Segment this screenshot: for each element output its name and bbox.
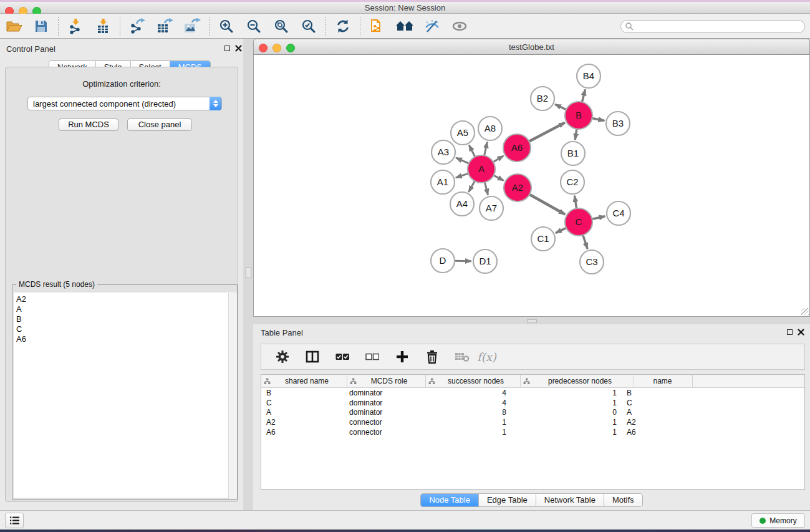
graph-edge-B-B4[interactable] — [582, 89, 585, 102]
import-table-icon[interactable] — [93, 17, 113, 36]
task-history-button[interactable] — [5, 513, 24, 528]
open-folder-icon[interactable] — [4, 17, 24, 36]
select-all-columns-icon[interactable] — [332, 347, 352, 366]
refresh-icon[interactable] — [333, 17, 353, 36]
search-box[interactable] — [620, 20, 805, 33]
column-header-successor-nodes[interactable]: successor nodes — [426, 375, 521, 387]
resize-grip-icon[interactable] — [801, 308, 809, 316]
graph-edge-B-B1[interactable] — [575, 129, 577, 140]
result-list-item[interactable]: A2 — [16, 294, 236, 304]
graph-edge-A-A6[interactable] — [493, 156, 504, 162]
network-close-button[interactable] — [259, 44, 268, 52]
table-cell[interactable]: 1 — [511, 428, 622, 437]
graph-edge-C-C1[interactable] — [556, 228, 566, 233]
float-panel-icon[interactable] — [224, 46, 230, 51]
graph-edge-A-A2[interactable] — [494, 175, 504, 180]
table-cell[interactable]: C — [261, 399, 344, 407]
table-cell[interactable]: dominator — [344, 389, 420, 397]
run-mcds-button[interactable]: Run MCDS — [59, 118, 118, 131]
memory-button[interactable]: Memory — [751, 513, 805, 528]
graph-edge-B-B3[interactable] — [592, 118, 605, 120]
export-image-icon[interactable] — [182, 17, 202, 36]
table-cell[interactable]: 1 — [420, 418, 511, 427]
tab-motifs[interactable]: Motifs — [604, 494, 642, 506]
column-header-MCDS-role[interactable]: MCDS role — [347, 375, 426, 387]
table-cell[interactable]: C — [622, 399, 677, 407]
network-window-titlebar[interactable]: testGlobe.txt — [253, 39, 810, 55]
function-builder-icon[interactable]: f(x) — [477, 351, 496, 364]
import-network-icon[interactable] — [65, 17, 85, 36]
table-close-panel-icon[interactable] — [798, 329, 804, 336]
result-scrollbar[interactable] — [228, 293, 237, 499]
zoom-fit-icon[interactable] — [271, 17, 291, 36]
horizontal-split-handle[interactable] — [527, 319, 537, 323]
table-cell[interactable]: B — [622, 389, 677, 397]
gear-icon[interactable] — [272, 347, 292, 366]
table-cell[interactable]: A6 — [622, 428, 677, 437]
graph-edge-B-B2[interactable] — [555, 104, 566, 109]
tab-node-table[interactable]: Node Table — [421, 494, 479, 506]
table-row[interactable]: Bdominator41B — [261, 388, 804, 398]
document-network-icon[interactable] — [367, 17, 387, 36]
graph-edge-A6-B[interactable] — [529, 123, 564, 142]
tab-network-table[interactable]: Network Table — [536, 494, 604, 506]
delete-table-icon[interactable] — [452, 347, 472, 366]
mcds-result-list[interactable]: A2ABCA6 — [14, 293, 236, 498]
table-cell[interactable]: connector — [344, 418, 420, 427]
table-cell[interactable]: A6 — [261, 428, 344, 437]
result-list-item[interactable]: A6 — [16, 334, 236, 344]
zoom-in-icon[interactable] — [216, 17, 236, 36]
graph-edge-A-A1[interactable] — [456, 173, 468, 178]
zoom-out-icon[interactable] — [244, 17, 264, 36]
result-list-item[interactable]: B — [16, 314, 236, 324]
table-cell[interactable]: 8 — [420, 408, 511, 417]
table-cell[interactable]: 1 — [511, 399, 622, 407]
result-list-item[interactable]: C — [16, 324, 236, 334]
result-list-item[interactable]: A — [16, 304, 236, 314]
table-cell[interactable]: A — [622, 408, 677, 417]
trash-icon[interactable] — [422, 347, 442, 366]
table-cell[interactable]: dominator — [344, 408, 420, 417]
network-zoom-button[interactable] — [286, 44, 295, 52]
table-cell[interactable]: A2 — [261, 418, 344, 427]
export-network-icon[interactable] — [127, 17, 147, 36]
vertical-split-handle[interactable] — [246, 267, 251, 278]
close-panel-button[interactable]: Close panel — [127, 118, 192, 131]
graph-edge-C-C3[interactable] — [583, 235, 587, 249]
hide-eye-icon[interactable] — [422, 17, 442, 36]
criterion-dropdown[interactable]: largest connected component (directed) — [27, 97, 222, 110]
table-cell[interactable]: 4 — [420, 389, 511, 397]
table-cell[interactable]: A — [261, 408, 344, 417]
table-row[interactable]: Cdominator41C — [261, 398, 804, 408]
graph-edge-A-A4[interactable] — [469, 181, 475, 192]
graph-edge-A-A8[interactable] — [485, 142, 488, 156]
table-cell[interactable]: 1 — [420, 428, 511, 437]
homes-icon[interactable] — [395, 17, 415, 36]
graph-edge-A-A7[interactable] — [485, 182, 488, 195]
table-cell[interactable]: dominator — [344, 399, 420, 407]
network-minimize-button[interactable] — [272, 44, 281, 52]
table-row[interactable]: A2connector11A2 — [261, 417, 804, 427]
graph-edge-A-A5[interactable] — [469, 145, 475, 157]
table-float-panel-icon[interactable] — [787, 329, 793, 335]
zoom-selected-icon[interactable] — [299, 17, 319, 36]
column-header-name[interactable]: name — [634, 375, 693, 387]
table-cell[interactable]: B — [261, 389, 344, 397]
table-row[interactable]: A6connector11A6 — [261, 427, 804, 437]
table-cell[interactable]: 1 — [511, 418, 622, 427]
table-cell[interactable]: A2 — [622, 418, 677, 427]
tab-edge-table[interactable]: Edge Table — [479, 494, 536, 506]
graph-edge-A2-C[interactable] — [529, 195, 565, 215]
deselect-all-columns-icon[interactable] — [362, 347, 382, 366]
close-panel-icon[interactable] — [235, 45, 242, 52]
table-cell[interactable]: 0 — [511, 408, 622, 417]
table-cell[interactable]: connector — [344, 428, 420, 437]
table-cell[interactable]: 1 — [511, 389, 622, 397]
column-header-shared-name[interactable]: shared name — [261, 375, 347, 387]
graph-edge-C-C4[interactable] — [592, 216, 605, 220]
node-table[interactable]: shared nameMCDS rolesuccessor nodesprede… — [261, 374, 805, 490]
table-row[interactable]: Adominator80A — [261, 407, 804, 417]
network-graph-svg[interactable]: B4B2BB3A8A5A6A3B1AC2A1A2A4A7C4CC1DD1C3 — [254, 55, 809, 316]
add-column-icon[interactable] — [392, 347, 412, 366]
export-table-icon[interactable] — [155, 17, 175, 36]
